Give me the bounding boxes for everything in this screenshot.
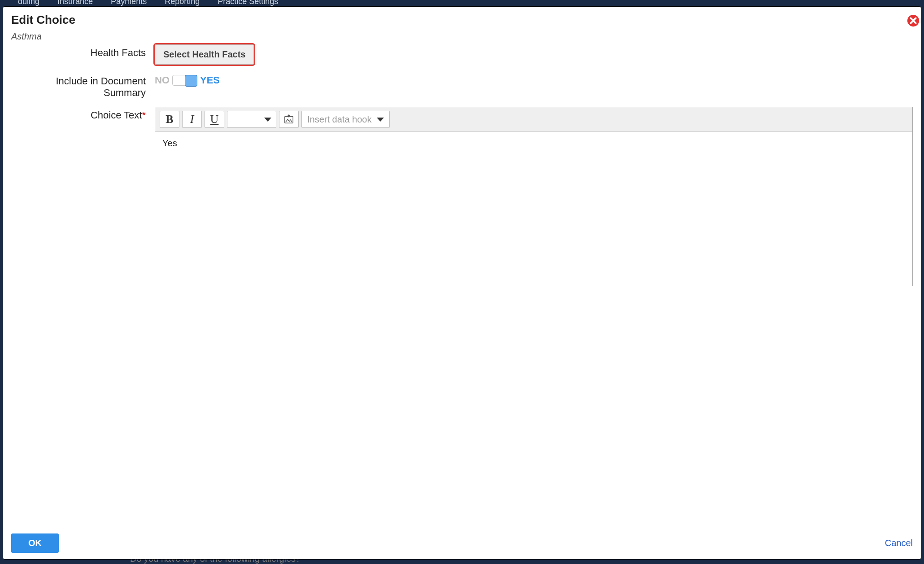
bold-button[interactable]: B xyxy=(160,111,179,128)
dialog-header: Edit Choice xyxy=(3,7,921,29)
choice-text-label: Choice Text* xyxy=(11,107,155,121)
underline-button[interactable]: U xyxy=(205,111,224,128)
include-summary-label: Include in Document Summary xyxy=(11,73,155,99)
toggle-thumb xyxy=(185,75,197,87)
include-summary-row: Include in Document Summary NO YES xyxy=(11,73,913,99)
ok-button[interactable]: OK xyxy=(11,533,59,553)
dialog-title: Edit Choice xyxy=(11,13,913,27)
toggle-track[interactable] xyxy=(172,75,197,86)
health-facts-label: Health Facts xyxy=(11,44,155,59)
health-facts-row: Health Facts Select Health Facts xyxy=(11,44,913,65)
image-icon xyxy=(284,114,294,124)
chevron-down-icon xyxy=(377,118,384,122)
insert-image-button[interactable] xyxy=(279,111,299,128)
choice-text-row: Choice Text* B I U xyxy=(11,107,913,520)
include-summary-toggle[interactable]: NO YES xyxy=(155,73,913,86)
style-dropdown[interactable] xyxy=(227,111,276,128)
dialog-footer: OK Cancel xyxy=(3,528,921,559)
required-indicator: * xyxy=(142,109,146,121)
select-health-facts-button[interactable]: Select Health Facts xyxy=(155,44,254,65)
rich-text-editor: B I U xyxy=(155,107,913,286)
toggle-no-label: NO xyxy=(155,74,170,86)
italic-button[interactable]: I xyxy=(182,111,202,128)
dialog-body: Asthma Health Facts Select Health Facts … xyxy=(3,29,921,528)
choice-text-label-text: Choice Text xyxy=(91,109,142,121)
editor-toolbar: B I U xyxy=(155,107,912,132)
dialog-subtitle: Asthma xyxy=(11,31,913,42)
data-hook-placeholder: Insert data hook xyxy=(307,114,371,125)
insert-data-hook-dropdown[interactable]: Insert data hook xyxy=(301,111,390,128)
cancel-button[interactable]: Cancel xyxy=(885,538,913,548)
close-icon xyxy=(907,14,920,27)
choice-text-input[interactable]: Yes xyxy=(155,132,912,286)
toggle-yes-label: YES xyxy=(200,74,220,86)
close-button[interactable] xyxy=(907,14,920,27)
chevron-down-icon xyxy=(264,118,271,122)
edit-choice-dialog: Edit Choice Asthma Health Facts Select H… xyxy=(3,6,921,560)
